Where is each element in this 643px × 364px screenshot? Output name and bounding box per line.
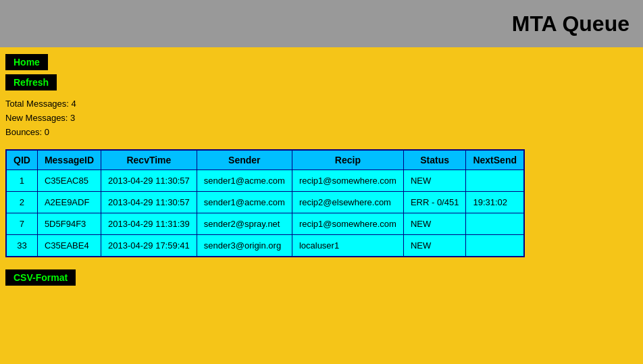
col-status: Status [403,150,466,170]
cell-status: NEW [403,170,466,192]
table-row: 1C35EAC852013-04-29 11:30:57sender1@acme… [6,170,524,192]
stats-area: Total Messages: 4 New Messages: 3 Bounce… [0,94,643,146]
cell-sender: sender3@origin.org [197,235,292,257]
refresh-button[interactable]: Refresh [5,74,57,90]
table-body: 1C35EAC852013-04-29 11:30:57sender1@acme… [6,170,524,257]
col-qid: QID [6,150,37,170]
cell-sender: sender1@acme.com [197,192,292,213]
queue-table-container: QID MessageID RecvTime Sender Recip Stat… [0,146,643,264]
cell-recip: recip2@elsewhere.com [292,192,403,213]
col-messageid: MessageID [37,150,101,170]
cell-qid: 7 [6,213,37,235]
cell-recv_time: 2013-04-29 11:30:57 [101,192,197,213]
cell-message_id: C35EABE4 [37,235,101,257]
footer-area: CSV-Format [0,264,643,291]
total-messages-stat: Total Messages: 4 [5,97,638,111]
cell-recv_time: 2013-04-29 11:31:39 [101,213,197,235]
cell-qid: 2 [6,192,37,213]
cell-recip: recip1@somewhere.com [292,170,403,192]
table-row: 33C35EABE42013-04-29 17:59:41sender3@ori… [6,235,524,257]
queue-table: QID MessageID RecvTime Sender Recip Stat… [5,149,525,257]
col-recip: Recip [292,150,403,170]
cell-recv_time: 2013-04-29 11:30:57 [101,170,197,192]
cell-recip: localuser1 [292,235,403,257]
cell-next_send [466,235,524,257]
col-recvtime: RecvTime [101,150,197,170]
cell-status: ERR - 0/451 [403,192,466,213]
cell-next_send [466,170,524,192]
bounces-stat: Bounces: 0 [5,126,638,140]
table-row: 2A2EE9ADF2013-04-29 11:30:57sender1@acme… [6,192,524,213]
cell-message_id: A2EE9ADF [37,192,101,213]
table-row: 75D5F94F32013-04-29 11:31:39sender2@spra… [6,213,524,235]
page-header: MTA Queue [0,0,643,47]
col-nextsend: NextSend [466,150,524,170]
cell-next_send [466,213,524,235]
table-header-row: QID MessageID RecvTime Sender Recip Stat… [6,150,524,170]
new-messages-stat: New Messages: 3 [5,111,638,126]
cell-message_id: 5D5F94F3 [37,213,101,235]
col-sender: Sender [197,150,292,170]
cell-next_send: 19:31:02 [466,192,524,213]
cell-recv_time: 2013-04-29 17:59:41 [101,235,197,257]
cell-sender: sender2@spray.net [197,213,292,235]
cell-sender: sender1@acme.com [197,170,292,192]
cell-status: NEW [403,235,466,257]
nav-area: Home Refresh [0,47,643,94]
cell-status: NEW [403,213,466,235]
page-title: MTA Queue [512,11,629,36]
cell-qid: 1 [6,170,37,192]
cell-recip: recip1@somewhere.com [292,213,403,235]
cell-message_id: C35EAC85 [37,170,101,192]
home-button[interactable]: Home [5,54,48,70]
csv-format-button[interactable]: CSV-Format [5,269,76,286]
cell-qid: 33 [6,235,37,257]
